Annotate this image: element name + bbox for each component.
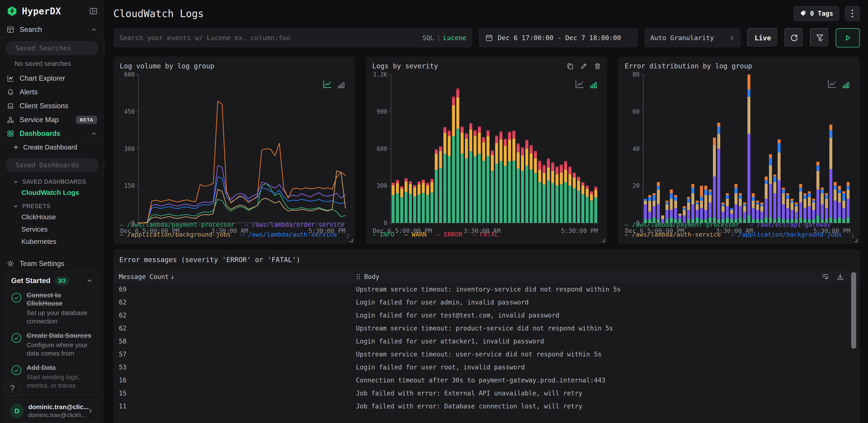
date-range-value: Dec 6 17:00:00 - Dec 7 18:00:00 — [498, 34, 621, 42]
refresh-button[interactable] — [785, 28, 804, 48]
sidebar-item-services[interactable]: Services — [0, 223, 104, 235]
tags-button[interactable]: 0 Tags — [794, 6, 839, 21]
table-row[interactable]: 57Upstream service timeout: user-service… — [114, 348, 860, 361]
svg-text:600: 600 — [377, 145, 387, 152]
beta-badge: BETA — [76, 116, 97, 124]
table-row[interactable]: 11Job failed with error: Database connec… — [114, 400, 860, 413]
filter-button[interactable] — [810, 28, 829, 48]
live-button[interactable]: Live — [747, 28, 778, 48]
svg-text:900: 900 — [377, 108, 387, 115]
column-body[interactable]: Body — [356, 273, 822, 281]
line-chart-toggle[interactable] — [575, 80, 585, 89]
shortcut-badge: ⌘K — [103, 44, 104, 52]
saved-dashboards-input[interactable]: ⌘K — [5, 158, 99, 172]
chevron-up-icon[interactable] — [86, 277, 93, 284]
step-desc: Start sending logs, metrics, or traces — [27, 373, 93, 390]
create-dashboard-button[interactable]: Create Dashboard — [0, 141, 104, 154]
line-chart-toggle[interactable] — [323, 80, 332, 89]
svg-text:150: 150 — [124, 182, 135, 189]
sidebar-item-clickhouse[interactable]: ClickHouse — [0, 211, 104, 223]
saved-searches-input[interactable]: ⌘K — [5, 41, 99, 55]
sidebar-item-cloudwatch-logs[interactable]: CloudWatch Logs — [0, 187, 104, 199]
sidebar-item-label: Service Map — [20, 116, 59, 124]
sidebar-item-dashboards[interactable]: Dashboards — [0, 127, 104, 141]
tag-icon — [800, 10, 807, 17]
saved-searches-field[interactable] — [16, 44, 99, 52]
sql-toggle[interactable]: SQL — [423, 34, 434, 42]
line-chart-toggle[interactable] — [828, 80, 837, 89]
column-message-count[interactable]: Message Count ↓ — [114, 273, 356, 281]
download-icon[interactable] — [837, 273, 844, 280]
check-circle-icon — [11, 292, 22, 326]
table-row[interactable]: 53Login failed for user root, invalid pa… — [114, 361, 860, 374]
resize-handle[interactable] — [855, 239, 858, 242]
run-query-button[interactable] — [836, 28, 860, 48]
svg-text:80: 80 — [632, 71, 640, 78]
saved-dashboards-heading[interactable]: SAVED DASHBOARDS — [0, 174, 104, 187]
table-body: 69Upstream service timeout: inventory-se… — [114, 283, 860, 413]
svg-text:3:30:00 AM: 3:30:00 AM — [211, 227, 248, 234]
step-title: Connect to ClickHouse — [27, 291, 63, 307]
help-button[interactable]: ? — [4, 380, 21, 397]
dashboard-menu-button[interactable] — [845, 6, 860, 21]
main-content: CloudWatch Logs 0 Tags SQL|Lucene — [104, 0, 868, 423]
table-row[interactable]: 15Job failed with error: External API un… — [114, 387, 860, 400]
delete-icon[interactable] — [594, 63, 601, 69]
edit-icon[interactable] — [581, 63, 587, 69]
chevron-up-icon[interactable] — [90, 130, 97, 137]
svg-text:0: 0 — [384, 220, 387, 226]
svg-text:5:30:00 PM: 5:30:00 PM — [813, 227, 850, 234]
table-row[interactable]: 62Login failed for user admin, invalid p… — [114, 296, 860, 309]
get-started-step-connect[interactable]: Connect to ClickHouse Set up your databa… — [11, 291, 93, 326]
error-distribution-chart[interactable]: 806040200Dec 6 5:00:00 PM3:30:00 AM5:30:… — [625, 71, 854, 218]
bar-chart-toggle[interactable] — [337, 81, 345, 89]
sidebar-item-chart-explorer[interactable]: Chart Explorer — [0, 72, 104, 85]
bar-chart-toggle[interactable] — [842, 81, 850, 89]
event-search-box[interactable]: SQL|Lucene — [114, 28, 472, 48]
table-row[interactable]: 16Connection timeout after 30s to paymen… — [114, 374, 860, 387]
resize-handle[interactable] — [350, 239, 353, 242]
lucene-toggle[interactable]: Lucene — [443, 34, 466, 42]
event-search-input[interactable] — [119, 34, 418, 42]
bar-chart-toggle[interactable] — [590, 81, 597, 89]
saved-dashboards-field[interactable] — [16, 161, 99, 169]
bell-icon — [7, 88, 14, 96]
sidebar-item-label: Search — [20, 26, 42, 34]
resize-handle[interactable] — [602, 239, 605, 242]
filter-edit-icon — [816, 34, 824, 42]
logs-by-severity-chart[interactable]: 1.2K9006003000Dec 6 5:00:00 PM3:30:00 AM… — [372, 71, 601, 227]
wrap-text-icon[interactable] — [822, 273, 829, 280]
table-row[interactable]: 62Login failed for user test@test.com, i… — [114, 309, 860, 322]
svg-text:60: 60 — [632, 108, 640, 115]
sidebar-item-service-map[interactable]: Service Map BETA — [0, 113, 104, 127]
create-dashboard-label: Create Dashboard — [23, 144, 77, 151]
granularity-select[interactable]: Auto Granularity — [644, 28, 741, 48]
query-language-toggle[interactable]: SQL|Lucene — [423, 34, 466, 42]
chevron-up-icon[interactable] — [90, 26, 97, 33]
presets-heading[interactable]: PRESETS — [0, 199, 104, 211]
table-scrollbar-thumb[interactable] — [851, 272, 856, 349]
sort-desc-icon[interactable]: ↓ — [170, 273, 175, 281]
sidebar-item-kubernetes[interactable]: Kubernetes — [0, 235, 104, 248]
svg-text:300: 300 — [124, 145, 135, 152]
duplicate-icon[interactable] — [567, 63, 574, 69]
table-row[interactable]: 62Upstream service timeout: product-serv… — [114, 322, 860, 335]
sidebar-item-alerts[interactable]: Alerts — [0, 85, 104, 99]
get-started-step-add-data[interactable]: Add Data Start sending logs, metrics, or… — [11, 364, 93, 390]
user-menu[interactable]: D dominic.tran@clic... dominic.tran@clic… — [5, 399, 99, 423]
log-volume-chart[interactable]: 6004503001500Dec 6 5:00:00 PM3:30:00 AM5… — [120, 71, 349, 218]
dashboards-icon — [7, 130, 14, 137]
panel-log-volume: Log volume by log group 6004503001500Dec… — [114, 57, 355, 244]
sidebar-item-search[interactable]: Search — [0, 23, 104, 37]
check-circle-icon — [11, 333, 22, 358]
sidebar-item-client-sessions[interactable]: Client Sessions — [0, 99, 104, 113]
drag-handle-icon[interactable] — [356, 274, 361, 280]
get-started-header[interactable]: Get Started 3/3 — [11, 277, 93, 285]
panel-error-distribution: Error distribution by log group 80604020… — [618, 57, 860, 244]
table-row[interactable]: 58Login failed for user attacker1, inval… — [114, 335, 860, 348]
get-started-step-sources[interactable]: Create Data Sources Configure where your… — [11, 331, 93, 358]
sidebar-collapse-icon[interactable] — [90, 7, 97, 15]
date-range-picker[interactable]: Dec 6 17:00:00 - Dec 7 18:00:00 — [478, 28, 638, 48]
sidebar-item-team-settings[interactable]: Team Settings — [0, 257, 104, 271]
table-row[interactable]: 69Upstream service timeout: inventory-se… — [114, 283, 860, 296]
